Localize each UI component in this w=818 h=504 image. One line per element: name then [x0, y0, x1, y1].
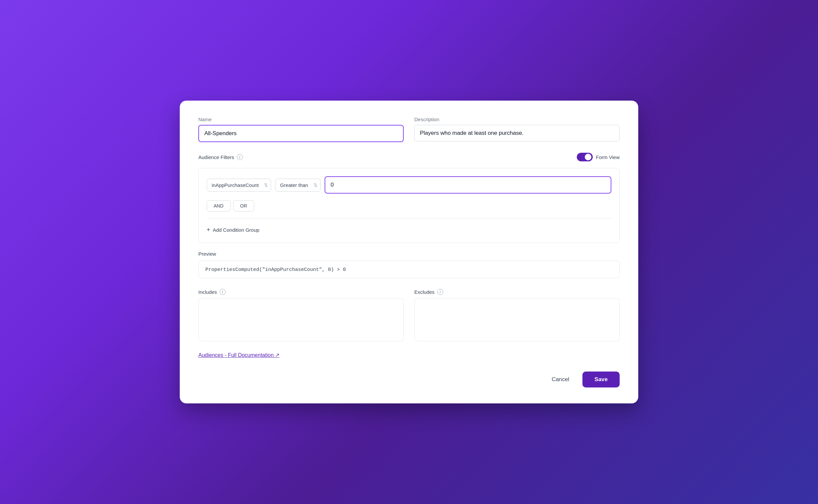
includes-excludes-row: Includes i Excludes i — [198, 289, 620, 341]
audience-filters-info-icon[interactable]: i — [237, 154, 243, 160]
save-button[interactable]: Save — [583, 372, 620, 387]
filter-divider — [207, 218, 611, 218]
doc-link[interactable]: Audiences - Full Documentation ↗ — [198, 352, 279, 358]
includes-group: Includes i — [198, 289, 404, 341]
audience-filters-title-row: Audience Filters i — [198, 154, 243, 160]
add-condition-group-label: Add Condition Group — [213, 227, 259, 233]
form-view-toggle-group: Form View — [577, 153, 620, 161]
preview-code: PropertiesComputed("inAppPurchaseCount",… — [205, 267, 346, 273]
footer-buttons: Cancel Save — [198, 372, 620, 387]
filter-value-input[interactable] — [324, 176, 611, 194]
audience-filters-label: Audience Filters — [198, 154, 234, 160]
operator-select-wrapper: Greater than Less than Equal to Not equa… — [275, 179, 320, 192]
description-label: Description — [414, 117, 620, 122]
field-select-wrapper: inAppPurchaseCount sessionCount level ba… — [207, 179, 271, 192]
audience-filters-header: Audience Filters i Form View — [198, 153, 620, 161]
includes-title-row: Includes i — [198, 289, 404, 295]
includes-label: Includes — [198, 289, 217, 295]
includes-info-icon[interactable]: i — [220, 289, 226, 295]
excludes-info-icon[interactable]: i — [437, 289, 443, 295]
field-select[interactable]: inAppPurchaseCount sessionCount level ba… — [207, 179, 271, 192]
preview-box: PropertiesComputed("inAppPurchaseCount",… — [198, 261, 620, 278]
or-button[interactable]: OR — [233, 200, 254, 211]
add-condition-group-button[interactable]: + Add Condition Group — [207, 225, 259, 235]
cancel-button[interactable]: Cancel — [544, 372, 577, 387]
plus-icon: + — [207, 226, 210, 233]
description-input[interactable] — [414, 125, 620, 141]
name-label: Name — [198, 117, 404, 122]
logic-buttons-group: AND OR — [207, 200, 611, 211]
filter-row: inAppPurchaseCount sessionCount level ba… — [207, 176, 611, 194]
modal-container: Name Description Audience Filters i Form… — [180, 101, 638, 403]
includes-textarea[interactable] — [198, 298, 404, 341]
excludes-textarea[interactable] — [414, 298, 620, 341]
name-description-row: Name Description — [198, 117, 620, 142]
preview-section: Preview PropertiesComputed("inAppPurchas… — [198, 251, 620, 278]
preview-label: Preview — [198, 251, 620, 257]
and-button[interactable]: AND — [207, 200, 230, 211]
form-view-toggle-switch[interactable] — [577, 153, 593, 161]
excludes-label: Excludes — [414, 289, 435, 295]
description-group: Description — [414, 117, 620, 142]
filters-container: inAppPurchaseCount sessionCount level ba… — [198, 168, 620, 243]
form-view-label: Form View — [596, 154, 620, 160]
operator-select[interactable]: Greater than Less than Equal to Not equa… — [275, 179, 320, 192]
name-group: Name — [198, 117, 404, 142]
name-input[interactable] — [198, 125, 404, 142]
excludes-group: Excludes i — [414, 289, 620, 341]
excludes-title-row: Excludes i — [414, 289, 620, 295]
